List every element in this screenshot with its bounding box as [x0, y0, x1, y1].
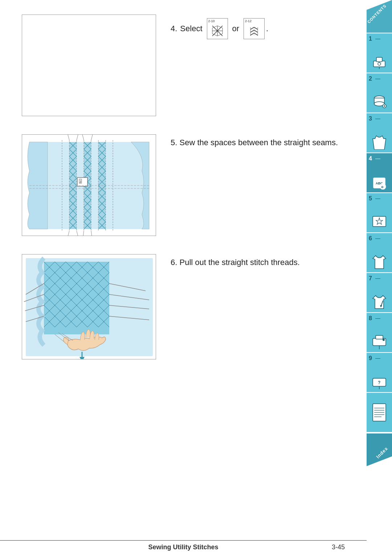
svg-point-211 — [384, 105, 385, 107]
svg-line-113 — [77, 231, 78, 236]
sidebar-dash-5: — — [375, 195, 380, 201]
stitch-btn-1[interactable]: 2-10 — [207, 18, 228, 39]
svg-line-14 — [250, 33, 254, 35]
svg-line-104 — [77, 135, 78, 140]
machine2-icon — [371, 333, 388, 349]
sidebar-dash-1: — — [375, 36, 380, 41]
step5-image: J — [22, 134, 156, 236]
step4-instruction: 4. Select 2-10 — [156, 15, 345, 39]
step4-row: 4. Select 2-10 — [22, 15, 345, 116]
step6-number: 6. — [171, 258, 177, 267]
step4-or: or — [232, 24, 240, 33]
sidebar-num-9: 9 — [369, 355, 372, 362]
sidebar-num-3: 3 — [369, 115, 372, 122]
svg-line-12 — [250, 30, 254, 32]
sidebar-num-7: 7 — [369, 275, 372, 282]
sidebar-dash-3: — — [375, 115, 380, 121]
sidebar-item-3[interactable]: 3 — — [367, 113, 392, 152]
footer: Sewing Utility Stitches 3-45 — [0, 540, 367, 554]
stitch-btn-2[interactable]: 2-12 — [244, 18, 265, 39]
dress-icon — [371, 134, 388, 150]
document-icon — [371, 403, 387, 422]
svg-line-15 — [254, 33, 258, 35]
sidebar-item-6[interactable]: 6 — — [367, 233, 392, 272]
svg-line-112 — [68, 231, 69, 236]
step6-row: 6. Pull out the straight stitch threads. — [22, 254, 345, 359]
shirt-icon — [371, 253, 388, 269]
sidebar-num-1: 1 — [369, 36, 372, 42]
step5-instruction: 5. Sew the spaces between the straight s… — [156, 134, 345, 147]
step5-text: 5. Sew the spaces between the straight s… — [171, 138, 345, 147]
stitch-btn1-label: 2-10 — [208, 19, 215, 23]
sidebar-item-5[interactable]: 5 — — [367, 193, 392, 232]
svg-line-13 — [254, 30, 258, 32]
sidebar-item-index-doc[interactable] — [367, 393, 392, 432]
svg-rect-222 — [376, 335, 383, 339]
sidebar-dash-8: — — [375, 315, 380, 321]
sidebar-item-4[interactable]: 4 — ABC ✿ — [367, 153, 392, 192]
index-label: Index — [375, 445, 389, 459]
svg-rect-107 — [77, 178, 87, 186]
step6-description: Pull out the straight stitch threads. — [179, 258, 299, 267]
svg-line-10 — [250, 27, 254, 29]
sidebar-item-9[interactable]: 9 — ? — [367, 353, 392, 392]
machine3-icon: ? — [371, 373, 388, 389]
sidebar-num-4: 4 — [369, 155, 372, 162]
step4-number: 4. — [171, 24, 177, 33]
step4-label: Select — [180, 24, 202, 33]
svg-line-105 — [82, 135, 84, 140]
stitch-btn2-label: 2-12 — [245, 19, 252, 23]
sidebar-item-8[interactable]: 8 — — [367, 313, 392, 352]
sidebar-dash-4: — — [375, 155, 380, 161]
footer-center: Sewing Utility Stitches — [148, 543, 218, 551]
sewing-machine-icon — [371, 54, 388, 70]
sidebar-dash-2: — — [375, 76, 380, 81]
step4-text: 4. Select 2-10 — [171, 18, 345, 39]
step6-text: 6. Pull out the straight stitch threads. — [171, 258, 345, 267]
embroidery-icon: ABC ✿ — [371, 174, 388, 190]
svg-text:?: ? — [378, 380, 380, 385]
step5-description: Sew the spaces between the straight seam… — [179, 138, 338, 147]
sidebar-item-1[interactable]: 1 — — [367, 33, 392, 73]
step5-svg: J — [22, 135, 156, 236]
step4-image-blank — [22, 15, 156, 116]
shirt2-icon — [371, 293, 388, 309]
step5-number: 5. — [171, 138, 177, 147]
step5-row: J 5. Sew the spaces between the straight… — [22, 134, 345, 243]
svg-line-103 — [68, 135, 69, 140]
step4-period: . — [266, 24, 268, 33]
sidebar-num-5: 5 — [369, 195, 372, 202]
sidebar-item-7[interactable]: 7 — — [367, 273, 392, 312]
svg-text:J: J — [79, 180, 81, 184]
thread-spool-icon — [371, 94, 388, 110]
contents-label: CONTENTS — [367, 3, 387, 24]
sidebar-num-8: 8 — [369, 315, 372, 322]
sidebar-num-2: 2 — [369, 76, 372, 82]
sidebar-dash-9: — — [375, 355, 380, 361]
footer-page: 3-45 — [272, 543, 345, 551]
svg-rect-204 — [376, 57, 382, 62]
sidebar-item-index[interactable]: Index — [367, 433, 392, 466]
sidebar: CONTENTS 1 — 2 — 3 — — [367, 0, 392, 554]
sidebar-dash-7: — — [375, 275, 380, 281]
sidebar-num-6: 6 — [369, 235, 372, 242]
svg-line-114 — [83, 231, 84, 236]
step6-svg — [22, 254, 156, 359]
step6-instruction: 6. Pull out the straight stitch threads. — [156, 254, 345, 267]
svg-line-11 — [254, 27, 258, 29]
sidebar-dash-6: — — [375, 235, 380, 241]
footer-spacer — [22, 543, 94, 551]
sidebar-item-2[interactable]: 2 — — [367, 73, 392, 113]
arrow-pattern-2 — [248, 24, 261, 37]
svg-text:✿: ✿ — [381, 186, 384, 189]
svg-point-224 — [383, 339, 385, 341]
star-screen-icon — [371, 213, 388, 229]
step6-image — [22, 254, 156, 359]
main-content: 4. Select 2-10 — [0, 0, 367, 537]
x-pattern-1 — [211, 24, 224, 37]
svg-marker-199 — [79, 357, 85, 359]
svg-line-106 — [91, 135, 93, 140]
sidebar-item-contents[interactable]: CONTENTS — [367, 0, 392, 33]
svg-line-115 — [91, 231, 92, 236]
